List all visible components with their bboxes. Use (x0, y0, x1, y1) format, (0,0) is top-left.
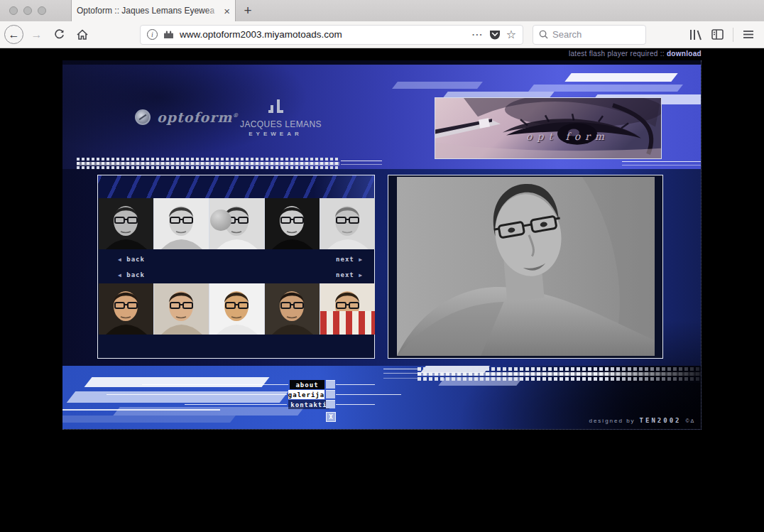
gallery-panel: ◀ back next ▶ ◀ back next ▶ (97, 175, 375, 359)
search-icon (539, 30, 548, 39)
menu-item-kontakti[interactable]: kontakti (288, 400, 329, 409)
decor-line (622, 161, 702, 162)
window-controls (0, 0, 71, 21)
bg-stripe (564, 73, 677, 82)
decor-line (383, 369, 418, 369)
library-icon[interactable] (689, 29, 702, 40)
pocket-icon[interactable] (489, 29, 501, 40)
gallery-panel-header (98, 175, 374, 198)
dotted-grid-top (77, 158, 339, 170)
bg-stripe (62, 416, 236, 423)
decor-line (383, 373, 418, 374)
decor-line (383, 378, 418, 379)
menu-line-galerija-right (336, 394, 401, 395)
dotted-grid-fade (602, 366, 702, 383)
eye-illustration (435, 98, 661, 158)
gallery-thumbnail[interactable] (265, 198, 320, 249)
gallery-back-button-row1[interactable]: ◀ back (118, 256, 145, 263)
menu-item-galerija-active[interactable]: galerija (288, 390, 324, 399)
gallery-thumbnail[interactable] (154, 283, 209, 335)
tab-optoform[interactable]: Optoform :: Jaques Lemans Eyewea × (71, 0, 236, 21)
bg-stripe (392, 82, 483, 89)
sidebar-icon[interactable] (711, 29, 724, 40)
back-button[interactable]: ← (4, 25, 23, 44)
jacques-lemans-name: JACQUES LEMANS (240, 119, 311, 129)
jacques-lemans-eyewear: EYEWEAR (240, 131, 311, 137)
optoform-lens-icon (135, 109, 151, 125)
reload-icon (54, 29, 65, 40)
flash-notice-text: latest flash player required :: (569, 50, 665, 58)
designer-credit: designed by TEN2002 ©∆ (589, 417, 695, 424)
new-tab-button[interactable]: + (236, 0, 260, 21)
portrait-panel (388, 175, 663, 359)
credit-prefix: designed by (589, 418, 635, 424)
home-button[interactable] (72, 25, 92, 44)
navigation-toolbar: ← → i ··· ☆ (0, 21, 764, 48)
optoform-logo: optoform® (135, 109, 239, 125)
menu-square-galerija (326, 390, 335, 398)
flash-player-notice: latest flash player required :: download (62, 50, 702, 58)
gallery-thumbnail[interactable] (265, 283, 320, 335)
menu-item-about[interactable]: about (290, 380, 324, 389)
menu-close-button[interactable]: X (326, 412, 336, 422)
flash-stage: optoform® JACQUES LEMANS EYEWEAR (62, 60, 702, 430)
plugin-icon[interactable] (163, 31, 174, 39)
gallery-thumbnail[interactable] (320, 283, 375, 335)
optoform-wordmark: optoform® (157, 109, 239, 125)
bg-stripe (113, 407, 304, 416)
tab-bar: Optoform :: Jaques Lemans Eyewea × + (0, 0, 764, 21)
menu-line-galerija (107, 394, 287, 395)
portrait-illustration (397, 177, 655, 356)
decor-line (62, 409, 220, 411)
thumbnail-row-top (99, 198, 375, 249)
url-bar[interactable]: i ··· ☆ (140, 25, 523, 45)
page-actions-icon[interactable]: ··· (472, 29, 484, 40)
menu-line-kontakti (185, 404, 287, 405)
forward-button[interactable]: → (27, 25, 46, 44)
gallery-back-button-row2[interactable]: ◀ back (118, 271, 145, 278)
menu-line-kontakti-right (336, 404, 375, 405)
gallery-next-button-row2[interactable]: next ▶ (336, 271, 363, 278)
credit-marks: ©∆ (686, 418, 695, 423)
menu-square-kontakti (326, 400, 335, 408)
striped-scarf-shape (320, 311, 375, 335)
page-content: latest flash player required :: download (0, 48, 764, 532)
search-bar[interactable] (533, 25, 646, 45)
banner-caption: opt form (526, 131, 609, 142)
site-info-icon[interactable]: i (147, 29, 158, 40)
hamburger-menu-icon[interactable] (743, 30, 754, 39)
jacques-lemans-logo: JACQUES LEMANS EYEWEAR (240, 99, 311, 137)
gallery-next-button-row1[interactable]: next ▶ (336, 256, 363, 263)
bg-stripe (67, 391, 289, 403)
tab-close-icon[interactable]: × (224, 6, 230, 16)
registered-mark: ® (232, 112, 239, 119)
gallery-thumbnail[interactable] (154, 198, 209, 249)
tab-title-fade (205, 6, 221, 16)
decor-line (341, 164, 382, 165)
bookmark-star-icon[interactable]: ☆ (506, 28, 516, 41)
browser-chrome: Optoform :: Jaques Lemans Eyewea × + ← →… (0, 0, 764, 48)
flash-download-link[interactable]: download (667, 50, 702, 58)
menu-line-about-right (336, 384, 375, 385)
basketball-shape (210, 210, 231, 231)
gallery-thumbnail[interactable] (209, 198, 264, 249)
menu-square-about (326, 380, 335, 389)
decor-line (622, 165, 702, 165)
gallery-thumbnail[interactable] (99, 198, 153, 249)
decor-line (341, 161, 382, 161)
gallery-thumbnail[interactable] (99, 283, 153, 335)
gallery-thumbnail[interactable] (320, 198, 375, 249)
bg-stripe (84, 377, 270, 387)
toolbar-right-buttons (689, 28, 760, 42)
reload-button[interactable] (50, 25, 69, 44)
close-window-button[interactable] (9, 6, 18, 15)
toolbar-divider (733, 28, 733, 42)
minimize-window-button[interactable] (23, 6, 32, 15)
url-input[interactable] (180, 29, 466, 40)
portrait-photo (397, 177, 655, 356)
gallery-thumbnail[interactable] (209, 283, 264, 335)
zoom-window-button[interactable] (38, 6, 46, 15)
search-input[interactable] (552, 29, 640, 40)
bg-stripe (528, 85, 683, 92)
credit-brand: TEN2002 (640, 417, 682, 424)
